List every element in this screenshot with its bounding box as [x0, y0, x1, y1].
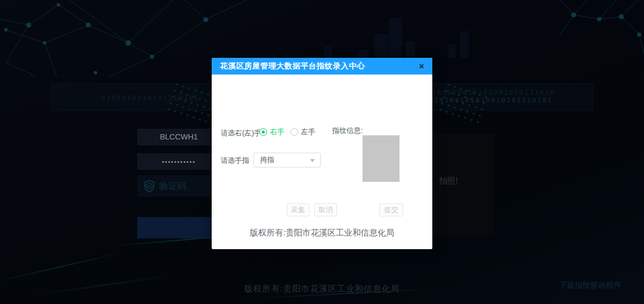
dialog-copyright: 版权所有:贵阳市花溪区工业和信息化局	[212, 228, 432, 238]
dialog-body: 请选右(左)手 右手 左手 指纹信息: 请选手指 拇指 采集 取消 提交 版权所…	[212, 75, 432, 249]
radio-label: 左手	[301, 127, 315, 137]
radio-left-hand[interactable]: 左手	[290, 127, 315, 137]
collect-button[interactable]: 采集	[287, 203, 309, 216]
dialog-title: 花溪区房屋管理大数据平台指纹录入中心	[220, 58, 365, 75]
finger-select[interactable]: 拇指	[253, 153, 321, 167]
submit-button[interactable]: 提交	[379, 203, 403, 216]
dialog-header: 花溪区房屋管理大数据平台指纹录入中心 ×	[212, 58, 432, 75]
fingerprint-preview-box	[363, 135, 400, 182]
radio-circle-icon	[259, 128, 267, 136]
fingerprint-info-label: 指纹信息:	[332, 126, 363, 136]
finger-select-label: 请选手指	[221, 156, 249, 166]
radio-right-hand[interactable]: 右手	[259, 127, 284, 137]
cancel-button[interactable]: 取消	[314, 203, 337, 216]
close-icon[interactable]: ×	[416, 58, 427, 75]
hand-select-label: 请选右(左)手	[221, 128, 261, 138]
page: 0101010010101110101 01010010101001010111…	[0, 0, 644, 304]
chevron-down-icon	[310, 159, 315, 162]
fingerprint-entry-dialog: 花溪区房屋管理大数据平台指纹录入中心 × 请选右(左)手 右手 左手 指纹信息:…	[212, 58, 432, 249]
finger-select-value: 拇指	[260, 156, 274, 164]
radio-circle-icon	[290, 128, 298, 136]
radio-label: 右手	[270, 127, 284, 137]
